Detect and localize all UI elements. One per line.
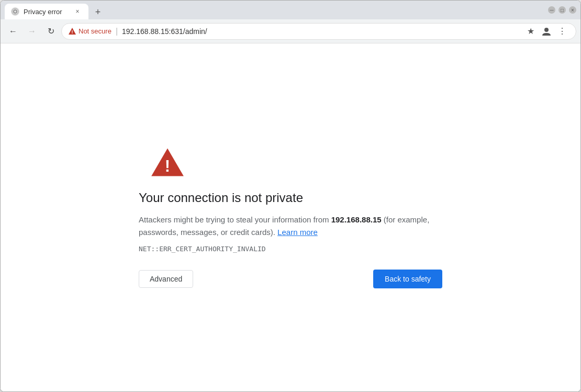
browser-window: Privacy error × + ─ □ × ← → ↻ ! Not secu… [0,0,581,392]
learn-more-link[interactable]: Learn more [277,228,318,237]
window-controls: ─ □ × [548,6,576,14]
bookmark-button[interactable]: ★ [523,24,538,39]
tab-favicon [11,7,19,16]
maximize-button[interactable]: □ [558,6,566,14]
error-icon-area: ! [139,147,442,178]
svg-point-3 [544,28,549,32]
error-description: Attackers might be trying to steal your … [139,214,442,239]
browser-tab[interactable]: Privacy error × [5,4,88,19]
tab-area: Privacy error × + [5,1,542,19]
address-url: 192.168.88.15:631/admin/ [122,27,207,36]
error-buttons: Advanced Back to safety [139,270,442,288]
minimize-button[interactable]: ─ [548,6,555,14]
svg-text:!: ! [165,157,170,175]
security-label: Not secure [79,27,111,35]
menu-button[interactable]: ⋮ [555,24,569,39]
warning-triangle-icon: ! [149,147,186,178]
back-button[interactable]: ← [5,23,21,40]
address-bar[interactable]: ! Not secure | 192.168.88.15:631/admin/ … [61,23,576,40]
error-description-prefix: Attackers might be trying to steal your … [139,215,331,224]
error-title: Your connection is not private [139,191,303,205]
account-button[interactable] [539,24,554,39]
forward-button[interactable]: → [24,23,40,40]
address-actions: ★ ⋮ [523,24,569,39]
error-code: NET::ERR_CERT_AUTHORITY_INVALID [139,245,266,253]
toolbar: ← → ↻ ! Not secure | 192.168.88.15:631/a… [1,19,580,43]
page-content: ! Your connection is not private Attacke… [1,43,580,391]
tab-title: Privacy error [24,8,69,16]
error-container: ! Your connection is not private Attacke… [128,126,453,309]
svg-point-0 [12,8,18,15]
svg-text:!: ! [72,29,73,35]
tab-close-button[interactable]: × [73,7,82,16]
error-highlighted-host: 192.168.88.15 [331,215,382,224]
address-separator: | [116,27,118,36]
title-bar: Privacy error × + ─ □ × [1,1,580,19]
back-to-safety-button[interactable]: Back to safety [373,270,442,288]
reload-button[interactable]: ↻ [42,23,59,40]
advanced-button[interactable]: Advanced [139,270,193,288]
new-tab-button[interactable]: + [91,5,105,19]
warning-icon: ! [68,27,76,36]
security-warning[interactable]: ! Not secure [68,27,111,36]
close-button[interactable]: × [569,6,576,14]
